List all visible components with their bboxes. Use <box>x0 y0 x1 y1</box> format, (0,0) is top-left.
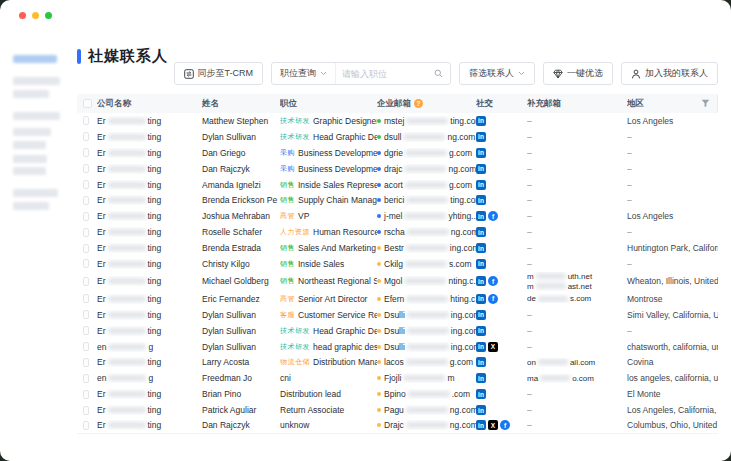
sidebar-item[interactable] <box>13 112 60 120</box>
sidebar-item[interactable] <box>13 128 51 136</box>
no-extra-email: – <box>527 420 621 430</box>
sidebar-item[interactable] <box>13 77 60 85</box>
row-checkbox[interactable] <box>83 374 89 383</box>
column-header-position: 职位 <box>280 98 377 110</box>
facebook-icon[interactable]: f <box>488 211 498 221</box>
row-checkbox[interactable] <box>83 180 89 189</box>
company-email: mstejting.com <box>377 116 476 126</box>
contact-name: Matthew Stephen <box>202 116 280 126</box>
one-click-optimize-button[interactable]: 一键优选 <box>543 62 613 85</box>
zoom-window-icon[interactable] <box>45 12 52 19</box>
row-checkbox[interactable] <box>83 212 89 221</box>
sidebar-item[interactable] <box>13 167 46 175</box>
row-checkbox[interactable] <box>83 244 89 253</box>
linkedin-icon[interactable]: in <box>476 180 486 190</box>
email-help-icon[interactable]: ? <box>414 99 423 108</box>
row-checkbox[interactable] <box>83 164 89 173</box>
linkedin-icon[interactable]: in <box>476 195 486 205</box>
linkedin-icon[interactable]: in <box>476 148 486 158</box>
table-row: ErtingDylan Sullivan客服Customer Service R… <box>77 307 718 323</box>
row-checkbox[interactable] <box>83 342 89 351</box>
row-checkbox[interactable] <box>83 406 89 415</box>
filter-contacts-dropdown[interactable]: 筛选联系人 <box>459 62 535 85</box>
sidebar-item[interactable] <box>13 202 49 210</box>
extra-email: mast.net <box>527 282 621 291</box>
linkedin-icon[interactable]: in <box>476 227 486 237</box>
close-window-icon[interactable] <box>19 12 26 19</box>
linkedin-icon[interactable]: in <box>476 389 486 399</box>
table-row: ErtingBrian PinoDistribution leadBpino.c… <box>77 386 718 402</box>
sidebar-item[interactable] <box>13 155 47 163</box>
row-checkbox[interactable] <box>83 326 89 335</box>
company-name: Erting <box>97 389 202 399</box>
row-checkbox[interactable] <box>83 116 89 125</box>
row-checkbox[interactable] <box>83 259 89 268</box>
row-checkbox[interactable] <box>83 228 89 237</box>
company-email: dgrieg.com <box>377 148 476 158</box>
linkedin-icon[interactable]: in <box>476 116 486 126</box>
row-checkbox-cell <box>77 148 97 157</box>
row-checkbox-cell <box>77 294 97 303</box>
extra-email-cell: – <box>527 116 627 126</box>
facebook-icon[interactable]: f <box>500 420 510 430</box>
row-checkbox[interactable] <box>83 294 89 303</box>
sidebar-item[interactable] <box>13 90 49 98</box>
email-status-dot <box>377 119 381 123</box>
no-extra-email: – <box>527 164 621 174</box>
position-cell: Distribution lead <box>280 389 377 399</box>
linkedin-icon[interactable]: in <box>476 405 486 415</box>
row-checkbox[interactable] <box>83 277 89 286</box>
sidebar-item-active[interactable] <box>13 55 57 63</box>
add-to-my-contacts-button[interactable]: 加入我的联系人 <box>621 62 718 85</box>
facebook-icon[interactable]: f <box>488 276 498 286</box>
linkedin-icon[interactable]: in <box>476 342 486 352</box>
search-icon[interactable] <box>434 69 443 78</box>
company-name: Erting <box>97 259 202 269</box>
row-checkbox[interactable] <box>83 390 89 399</box>
linkedin-icon[interactable]: in <box>476 259 486 269</box>
sync-to-tcrm-button[interactable]: 同步至T-CRM <box>174 62 264 85</box>
linkedin-icon[interactable]: in <box>476 373 486 383</box>
facebook-icon[interactable]: f <box>488 294 498 304</box>
company-email: Dsulliing.com <box>377 310 476 320</box>
sync-to-tcrm-label: 同步至T-CRM <box>198 67 254 80</box>
x-icon[interactable]: X <box>488 342 498 352</box>
row-checkbox[interactable] <box>83 196 89 205</box>
linkedin-icon[interactable]: in <box>476 164 486 174</box>
linkedin-icon[interactable]: in <box>476 132 486 142</box>
redacted-text <box>406 407 448 413</box>
filter-funnel-icon[interactable] <box>701 94 710 113</box>
no-region: – <box>627 326 632 336</box>
linkedin-icon[interactable]: in <box>476 326 486 336</box>
linkedin-icon[interactable]: in <box>476 420 486 430</box>
position-search-input[interactable] <box>338 69 434 79</box>
linkedin-icon[interactable]: in <box>476 243 486 253</box>
contact-name: Michael Goldberg <box>202 276 280 286</box>
email-status-dot <box>377 214 381 218</box>
row-checkbox[interactable] <box>83 148 89 157</box>
row-checkbox[interactable] <box>83 310 89 319</box>
linkedin-icon[interactable]: in <box>476 294 486 304</box>
x-icon[interactable]: X <box>488 420 498 430</box>
minimize-window-icon[interactable] <box>32 12 39 19</box>
social-icons: in <box>476 357 527 367</box>
position-tag: 技术研发 <box>280 132 310 142</box>
row-checkbox[interactable] <box>83 421 89 430</box>
linkedin-icon[interactable]: in <box>476 211 486 221</box>
row-checkbox[interactable] <box>83 358 89 367</box>
company-email: Bpino.com <box>377 389 476 399</box>
linkedin-icon[interactable]: in <box>476 357 486 367</box>
position-search-group: 职位查询 <box>271 62 451 85</box>
position-query-dropdown[interactable]: 职位查询 <box>272 63 336 84</box>
row-checkbox[interactable] <box>83 132 89 141</box>
region-cell: Columbus, Ohio, United St... <box>627 420 718 430</box>
linkedin-icon[interactable]: in <box>476 276 486 286</box>
select-all-checkbox[interactable] <box>83 99 92 108</box>
sidebar-item[interactable] <box>13 189 58 197</box>
linkedin-icon[interactable]: in <box>476 310 486 320</box>
company-email: rschang.com <box>377 227 476 237</box>
sidebar-item[interactable] <box>13 141 46 149</box>
column-header-name: 姓名 <box>202 98 280 110</box>
row-checkbox-cell <box>77 342 97 351</box>
redacted-text <box>404 166 446 172</box>
